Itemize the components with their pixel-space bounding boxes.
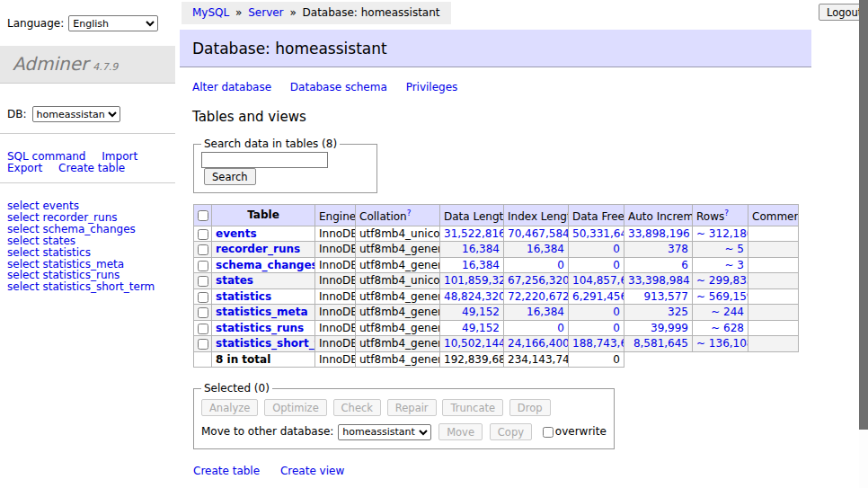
data-free-cell[interactable]: 188,743,680 — [569, 336, 624, 352]
sidebar-link-create-table[interactable]: Create table — [58, 162, 125, 174]
move-database-select[interactable]: homeassistant — [338, 424, 431, 440]
rows-count-cell[interactable]: ~ 299,833 — [693, 273, 748, 289]
data-length-cell[interactable]: 49,152 — [440, 305, 504, 321]
index-length-cell[interactable]: 0 — [504, 257, 569, 273]
check-button[interactable]: Check — [333, 399, 381, 416]
move-button[interactable]: Move — [438, 423, 483, 440]
alter-database-link[interactable]: Alter database — [192, 81, 271, 93]
row-checkbox[interactable] — [198, 261, 208, 271]
data-length-cell[interactable]: 101,859,328 — [440, 273, 504, 289]
auto-increment-cell[interactable]: 33,398,984 — [624, 273, 693, 289]
row-checkbox[interactable] — [198, 307, 208, 318]
search-input[interactable] — [201, 152, 328, 168]
rows-count-cell[interactable]: ~ 136,108 — [693, 336, 748, 352]
data-free-cell[interactable]: 0 — [569, 305, 624, 321]
vertical-scrollbar[interactable] — [859, 0, 868, 488]
db-select[interactable]: homeassistant — [32, 106, 120, 122]
table-name-link[interactable]: statistics_short_term — [216, 337, 315, 350]
row-checkbox-cell — [194, 273, 212, 289]
data-free-cell[interactable]: 0 — [569, 257, 624, 273]
data-length-cell[interactable]: 48,824,320 — [440, 288, 504, 305]
rows-count-cell[interactable]: ~ 5 — [693, 242, 748, 258]
data-length-cell[interactable]: 16,384 — [440, 257, 504, 273]
data-free-cell[interactable]: 0 — [569, 242, 624, 258]
sidebar-select-link[interactable]: select schema_changes — [7, 224, 168, 235]
row-checkbox[interactable] — [198, 244, 208, 255]
sidebar-link-export[interactable]: Export — [7, 162, 42, 174]
table-row: recorder_runs InnoDB utf8mb4_general_ci … — [194, 242, 799, 258]
search-button[interactable]: Search — [204, 168, 256, 185]
table-name-cell: recorder_runs — [212, 242, 315, 258]
table-name-link[interactable]: statistics — [216, 290, 271, 303]
auto-increment-cell[interactable]: 325 — [624, 305, 693, 321]
data-free-cell[interactable]: 0 — [569, 320, 624, 336]
sidebar-tables-list: select events select recorder_runs selec… — [0, 194, 175, 299]
hint-link[interactable]: ? — [407, 209, 412, 217]
hint-link[interactable]: ? — [724, 209, 729, 217]
table-name-link[interactable]: statistics_runs — [216, 322, 304, 334]
sidebar-select-link[interactable]: select statistics — [7, 247, 168, 259]
auto-increment-cell[interactable]: 378 — [624, 242, 693, 258]
total-row: 8 in total InnoDB utf8mb4_general_ci 192… — [194, 351, 799, 368]
rows-count-cell[interactable]: ~ 628 — [693, 320, 748, 336]
data-length-cell[interactable]: 31,522,816 — [440, 226, 504, 242]
create-table-link[interactable]: Create table — [193, 465, 260, 477]
sidebar-select-link[interactable]: select states — [7, 235, 168, 247]
sidebar-link-sql-command[interactable]: SQL command — [7, 150, 85, 163]
truncate-button[interactable]: Truncate — [442, 399, 503, 416]
row-checkbox[interactable] — [198, 229, 208, 240]
scrollbar-thumb[interactable] — [859, 0, 868, 430]
column-header-engine: Engine? — [315, 205, 356, 226]
index-length-cell[interactable]: 0 — [504, 320, 569, 336]
sidebar-link-import[interactable]: Import — [102, 150, 137, 163]
sidebar-select-link[interactable]: select statistics_short_term — [7, 281, 168, 293]
column-header-data-length: Data Length? — [440, 205, 504, 226]
sidebar-select-link[interactable]: select events — [7, 200, 168, 212]
data-free-cell[interactable]: 6,291,456 — [569, 288, 624, 305]
auto-increment-cell[interactable]: 33,898,196 — [624, 226, 693, 242]
repair-button[interactable]: Repair — [387, 399, 437, 416]
auto-increment-cell[interactable]: 913,577 — [624, 288, 693, 305]
analyze-button[interactable]: Analyze — [201, 399, 258, 416]
table-name-link[interactable]: recorder_runs — [216, 243, 300, 255]
index-length-cell[interactable]: 72,220,672 — [504, 288, 569, 305]
table-name-link[interactable]: statistics_meta — [216, 306, 308, 318]
select-all-checkbox[interactable] — [198, 210, 208, 221]
database-schema-link[interactable]: Database schema — [290, 81, 387, 93]
rows-count-cell[interactable]: ~ 569,159 — [693, 288, 748, 305]
data-free-cell[interactable]: 50,331,648 — [569, 226, 624, 242]
copy-button[interactable]: Copy — [490, 423, 532, 440]
breadcrumb-link-mysql[interactable]: MySQL — [192, 6, 229, 19]
sidebar-select-link[interactable]: select recorder_runs — [7, 212, 168, 224]
language-select[interactable]: English — [68, 15, 158, 31]
optimize-button[interactable]: Optimize — [264, 399, 327, 416]
index-length-cell[interactable]: 24,166,400 — [504, 336, 569, 352]
table-name-link[interactable]: schema_changes — [216, 259, 315, 271]
breadcrumb-link-server[interactable]: Server — [248, 6, 283, 19]
create-view-link[interactable]: Create view — [280, 465, 344, 477]
data-length-cell[interactable]: 49,152 — [440, 320, 504, 336]
row-checkbox[interactable] — [198, 292, 208, 303]
data-length-cell[interactable]: 10,502,144 — [440, 336, 504, 352]
data-free-cell[interactable]: 104,857,600 — [569, 273, 624, 289]
index-length-cell[interactable]: 67,256,320 — [504, 273, 569, 289]
drop-button[interactable]: Drop — [509, 399, 551, 416]
index-length-cell[interactable]: 16,384 — [504, 305, 569, 321]
auto-increment-cell[interactable]: 6 — [624, 257, 693, 273]
tables-and-views-heading: Tables and views — [192, 109, 859, 125]
rows-count-cell[interactable]: ~ 244 — [693, 305, 748, 321]
row-checkbox[interactable] — [198, 276, 208, 287]
row-checkbox[interactable] — [198, 324, 208, 334]
auto-increment-cell[interactable]: 39,999 — [624, 320, 693, 336]
data-length-cell[interactable]: 16,384 — [440, 242, 504, 258]
privileges-link[interactable]: Privileges — [406, 81, 458, 93]
table-name-link[interactable]: states — [216, 274, 253, 287]
index-length-cell[interactable]: 16,384 — [504, 242, 569, 258]
auto-increment-cell[interactable]: 8,581,645 — [624, 336, 693, 352]
rows-count-cell[interactable]: ~ 312,180 — [693, 226, 748, 242]
rows-count-cell[interactable]: ~ 3 — [693, 257, 748, 273]
row-checkbox[interactable] — [198, 339, 208, 350]
table-name-link[interactable]: events — [216, 227, 257, 240]
overwrite-checkbox[interactable] — [543, 427, 554, 438]
index-length-cell[interactable]: 70,467,584 — [504, 226, 569, 242]
